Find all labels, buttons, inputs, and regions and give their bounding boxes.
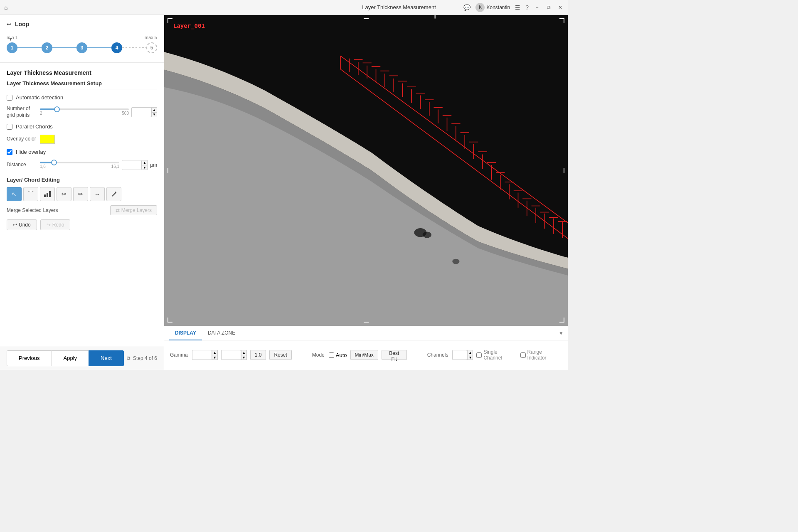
merge-layers-button[interactable]: ⇄ Merge Layers [110, 205, 157, 215]
hide-overlay-checkbox[interactable] [7, 149, 12, 155]
grid-points-thumb[interactable] [54, 106, 60, 112]
gamma-input[interactable]: 1.00 [192, 350, 212, 360]
bottom-controls: Gamma 1.00 ▲ ▼ 0.45 ▲ ▼ [164, 340, 568, 369]
tool-resize[interactable]: ↔ [90, 187, 105, 201]
tool-select[interactable]: ↖ [7, 187, 22, 201]
panel-scroll[interactable]: Layer Thickness Measurement Setup Automa… [0, 80, 164, 346]
bestfit-button[interactable]: Best Fit [382, 350, 407, 360]
grid-points-down[interactable]: ▼ [151, 112, 157, 117]
auto-checkbox[interactable] [329, 352, 334, 358]
gamma-input2[interactable]: 0.45 [221, 350, 241, 360]
step-1[interactable]: 1 [7, 42, 17, 53]
side-marker-right [564, 168, 564, 173]
distance-spin[interactable]: 4.3 ▲ ▼ [122, 160, 148, 170]
distance-thumb[interactable] [51, 160, 57, 165]
merge-label: Merge Selected Layers [7, 207, 58, 213]
auto-label: Auto [336, 352, 347, 358]
step-3[interactable]: 3 [76, 42, 87, 53]
channels-down[interactable]: ▼ [467, 355, 473, 360]
loop-icon: ↩ [7, 21, 12, 27]
svg-rect-2 [49, 191, 51, 197]
nav-buttons: Previous Apply Next [7, 350, 124, 366]
chat-icon[interactable]: 💬 [463, 4, 470, 11]
undo-button[interactable]: ↩ Undo [7, 219, 37, 230]
distance-row: Distance 1,6 16,1 [7, 160, 157, 170]
grid-points-arrows: ▲ ▼ [151, 107, 157, 117]
grid-points-row: Number of grid points 2 500 [7, 106, 157, 118]
distance-up[interactable]: ▲ [142, 160, 148, 165]
tab-display[interactable]: DISPLAY [169, 327, 202, 340]
range-indicator-label[interactable]: Range Indicator [520, 349, 562, 361]
channels-up[interactable]: ▲ [467, 350, 473, 355]
close-button[interactable]: ✕ [557, 4, 564, 11]
left-panel: ↩ Loop min 1 max 5 ▼ 1 2 3 [0, 15, 164, 370]
hide-overlay-label[interactable]: Hide overlay [16, 149, 46, 155]
tool-eyedropper[interactable] [106, 187, 121, 201]
distance-down[interactable]: ▼ [142, 165, 148, 170]
gamma-down2[interactable]: ▼ [241, 355, 247, 360]
parallel-chords-checkbox[interactable] [7, 124, 12, 130]
image-area[interactable]: Layer_001 [164, 15, 568, 326]
grid-points-max: 500 [122, 111, 129, 116]
menu-icon[interactable]: ☰ [515, 4, 520, 11]
tab-data-zone[interactable]: DATA ZONE [202, 327, 241, 340]
channels-input[interactable]: 1 [452, 350, 467, 360]
titlebar: ⌂ Layer Thickness Measurement 💬 K Konsta… [0, 0, 568, 15]
gamma-group: Gamma 1.00 ▲ ▼ 0.45 ▲ ▼ [170, 350, 292, 360]
gamma-spin[interactable]: 1.00 ▲ ▼ [192, 350, 218, 360]
home-icon[interactable]: ⌂ [4, 4, 7, 11]
distance-input[interactable]: 4.3 [122, 160, 142, 170]
previous-button[interactable]: Previous [7, 350, 52, 366]
mode-group: Mode Auto Min/Max Best Fit [312, 350, 407, 360]
overlay-color-swatch[interactable] [40, 135, 55, 144]
apply-button[interactable]: Apply [52, 350, 89, 366]
tool-edit-layer[interactable]: ⌒ [23, 187, 38, 201]
step-2[interactable]: 2 [42, 42, 52, 53]
gamma-reset-button[interactable]: Reset [269, 350, 291, 360]
single-channel-label[interactable]: Single Channel [476, 349, 517, 361]
step-4[interactable]: 4 [111, 42, 122, 53]
tool-pen[interactable]: ✏ [73, 187, 88, 201]
svg-line-3 [112, 193, 116, 196]
parallel-chords-label[interactable]: Parallel Chords [16, 123, 53, 130]
avatar: K [475, 3, 485, 12]
gamma-down[interactable]: ▼ [212, 355, 218, 360]
grid-points-up[interactable]: ▲ [151, 107, 157, 112]
grid-points-label: Number of grid points [7, 106, 40, 118]
gamma-up2[interactable]: ▲ [241, 350, 247, 355]
grid-points-input[interactable]: 100 [131, 107, 151, 117]
minimize-button[interactable]: − [534, 4, 540, 11]
loop-header: ↩ Loop [7, 21, 157, 27]
channels-spin[interactable]: 1 ▲ ▼ [452, 350, 473, 360]
range-indicator-checkbox[interactable] [520, 352, 526, 358]
overlay-color-label: Overlay color [7, 136, 40, 143]
tool-chart[interactable] [40, 187, 55, 201]
auto-detect-checkbox[interactable] [7, 95, 12, 101]
redo-button[interactable]: ↪ Redo [40, 219, 71, 230]
step-track: 1 2 3 4 5 [7, 42, 157, 53]
bottom-panel-arrow[interactable]: ▼ [559, 330, 564, 336]
user-profile[interactable]: K Konstantin [475, 3, 510, 12]
minmax-button[interactable]: Min/Max [350, 350, 378, 360]
grid-points-spin[interactable]: 100 ▲ ▼ [131, 107, 157, 117]
auto-detect-label[interactable]: Automatic detection [16, 94, 63, 101]
restore-button[interactable]: ⧉ [545, 4, 552, 11]
tool-row: ↖ ⌒ ✂ ✏ ↔ [7, 187, 157, 201]
distance-slider[interactable] [40, 162, 119, 163]
corner-marker-tr [559, 18, 564, 23]
merge-row: Merge Selected Layers ⇄ Merge Layers [7, 205, 157, 215]
help-icon[interactable]: ? [525, 4, 529, 11]
next-button[interactable]: Next [89, 350, 124, 366]
step-label: Step 4 of 6 [133, 355, 157, 361]
distance-label: Distance [7, 162, 40, 168]
gamma-up[interactable]: ▲ [212, 350, 218, 355]
step-5[interactable]: 5 [146, 42, 157, 53]
tool-scissors[interactable]: ✂ [57, 187, 71, 201]
gamma-1-button[interactable]: 1.0 [250, 350, 266, 360]
redo-label: Redo [52, 222, 64, 228]
gamma-spin2[interactable]: 0.45 ▲ ▼ [221, 350, 247, 360]
grid-points-slider[interactable] [40, 108, 129, 110]
single-channel-checkbox[interactable] [476, 352, 482, 358]
step-minmax: min 1 max 5 [7, 35, 157, 40]
titlebar-right: 💬 K Konstantin ☰ ? − ⧉ ✕ [463, 3, 564, 12]
